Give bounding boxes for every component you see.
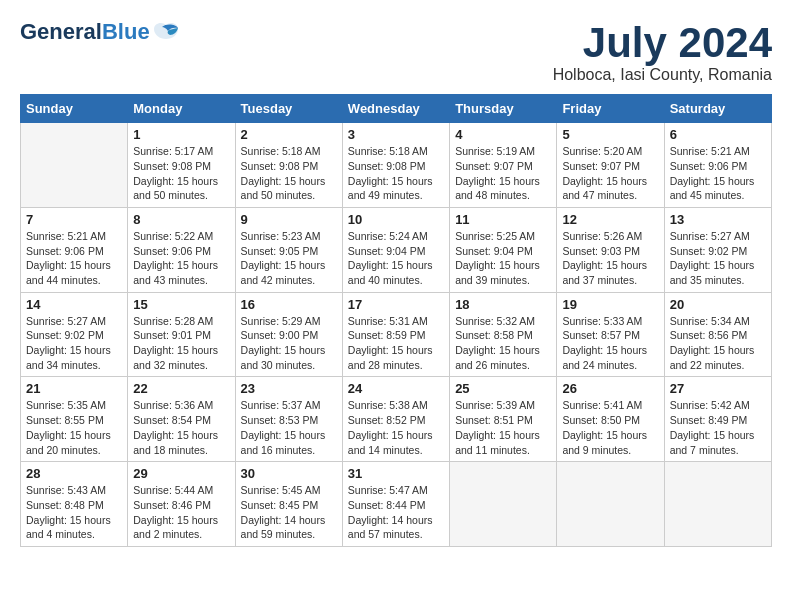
calendar-cell: 22Sunrise: 5:36 AMSunset: 8:54 PMDayligh… xyxy=(128,377,235,462)
main-title: July 2024 xyxy=(553,20,772,66)
calendar-table: SundayMondayTuesdayWednesdayThursdayFrid… xyxy=(20,94,772,547)
date-number: 30 xyxy=(241,466,337,481)
calendar-cell: 26Sunrise: 5:41 AMSunset: 8:50 PMDayligh… xyxy=(557,377,664,462)
calendar-cell: 16Sunrise: 5:29 AMSunset: 9:00 PMDayligh… xyxy=(235,292,342,377)
cell-info: Sunrise: 5:26 AMSunset: 9:03 PMDaylight:… xyxy=(562,229,658,288)
cell-info: Sunrise: 5:21 AMSunset: 9:06 PMDaylight:… xyxy=(670,144,766,203)
cell-info: Sunrise: 5:18 AMSunset: 9:08 PMDaylight:… xyxy=(348,144,444,203)
header-row: SundayMondayTuesdayWednesdayThursdayFrid… xyxy=(21,95,772,123)
calendar-cell: 31Sunrise: 5:47 AMSunset: 8:44 PMDayligh… xyxy=(342,462,449,547)
date-number: 16 xyxy=(241,297,337,312)
calendar-cell xyxy=(21,123,128,208)
calendar-cell: 10Sunrise: 5:24 AMSunset: 9:04 PMDayligh… xyxy=(342,207,449,292)
date-number: 20 xyxy=(670,297,766,312)
day-header-friday: Friday xyxy=(557,95,664,123)
date-number: 19 xyxy=(562,297,658,312)
cell-info: Sunrise: 5:45 AMSunset: 8:45 PMDaylight:… xyxy=(241,483,337,542)
date-number: 9 xyxy=(241,212,337,227)
date-number: 21 xyxy=(26,381,122,396)
calendar-cell: 30Sunrise: 5:45 AMSunset: 8:45 PMDayligh… xyxy=(235,462,342,547)
date-number: 2 xyxy=(241,127,337,142)
subtitle: Holboca, Iasi County, Romania xyxy=(553,66,772,84)
date-number: 11 xyxy=(455,212,551,227)
date-number: 10 xyxy=(348,212,444,227)
calendar-cell: 6Sunrise: 5:21 AMSunset: 9:06 PMDaylight… xyxy=(664,123,771,208)
logo-bird-icon xyxy=(152,21,180,43)
date-number: 27 xyxy=(670,381,766,396)
calendar-cell: 23Sunrise: 5:37 AMSunset: 8:53 PMDayligh… xyxy=(235,377,342,462)
cell-info: Sunrise: 5:47 AMSunset: 8:44 PMDaylight:… xyxy=(348,483,444,542)
calendar-cell: 2Sunrise: 5:18 AMSunset: 9:08 PMDaylight… xyxy=(235,123,342,208)
calendar-cell: 8Sunrise: 5:22 AMSunset: 9:06 PMDaylight… xyxy=(128,207,235,292)
cell-info: Sunrise: 5:34 AMSunset: 8:56 PMDaylight:… xyxy=(670,314,766,373)
calendar-cell: 24Sunrise: 5:38 AMSunset: 8:52 PMDayligh… xyxy=(342,377,449,462)
week-row-1: 1Sunrise: 5:17 AMSunset: 9:08 PMDaylight… xyxy=(21,123,772,208)
calendar-cell: 12Sunrise: 5:26 AMSunset: 9:03 PMDayligh… xyxy=(557,207,664,292)
cell-info: Sunrise: 5:28 AMSunset: 9:01 PMDaylight:… xyxy=(133,314,229,373)
cell-info: Sunrise: 5:35 AMSunset: 8:55 PMDaylight:… xyxy=(26,398,122,457)
page-header: GeneralBlue July 2024 Holboca, Iasi Coun… xyxy=(20,20,772,84)
date-number: 18 xyxy=(455,297,551,312)
cell-info: Sunrise: 5:24 AMSunset: 9:04 PMDaylight:… xyxy=(348,229,444,288)
calendar-body: 1Sunrise: 5:17 AMSunset: 9:08 PMDaylight… xyxy=(21,123,772,547)
calendar-cell: 17Sunrise: 5:31 AMSunset: 8:59 PMDayligh… xyxy=(342,292,449,377)
date-number: 3 xyxy=(348,127,444,142)
date-number: 15 xyxy=(133,297,229,312)
calendar-cell: 27Sunrise: 5:42 AMSunset: 8:49 PMDayligh… xyxy=(664,377,771,462)
calendar-cell: 15Sunrise: 5:28 AMSunset: 9:01 PMDayligh… xyxy=(128,292,235,377)
cell-info: Sunrise: 5:31 AMSunset: 8:59 PMDaylight:… xyxy=(348,314,444,373)
calendar-cell: 20Sunrise: 5:34 AMSunset: 8:56 PMDayligh… xyxy=(664,292,771,377)
logo-text: GeneralBlue xyxy=(20,20,150,44)
day-header-wednesday: Wednesday xyxy=(342,95,449,123)
day-header-sunday: Sunday xyxy=(21,95,128,123)
date-number: 8 xyxy=(133,212,229,227)
date-number: 22 xyxy=(133,381,229,396)
cell-info: Sunrise: 5:37 AMSunset: 8:53 PMDaylight:… xyxy=(241,398,337,457)
week-row-5: 28Sunrise: 5:43 AMSunset: 8:48 PMDayligh… xyxy=(21,462,772,547)
date-number: 5 xyxy=(562,127,658,142)
cell-info: Sunrise: 5:42 AMSunset: 8:49 PMDaylight:… xyxy=(670,398,766,457)
calendar-cell xyxy=(557,462,664,547)
calendar-cell: 9Sunrise: 5:23 AMSunset: 9:05 PMDaylight… xyxy=(235,207,342,292)
cell-info: Sunrise: 5:43 AMSunset: 8:48 PMDaylight:… xyxy=(26,483,122,542)
cell-info: Sunrise: 5:17 AMSunset: 9:08 PMDaylight:… xyxy=(133,144,229,203)
calendar-cell: 13Sunrise: 5:27 AMSunset: 9:02 PMDayligh… xyxy=(664,207,771,292)
date-number: 7 xyxy=(26,212,122,227)
cell-info: Sunrise: 5:36 AMSunset: 8:54 PMDaylight:… xyxy=(133,398,229,457)
day-header-tuesday: Tuesday xyxy=(235,95,342,123)
cell-info: Sunrise: 5:39 AMSunset: 8:51 PMDaylight:… xyxy=(455,398,551,457)
logo: GeneralBlue xyxy=(20,20,180,44)
date-number: 13 xyxy=(670,212,766,227)
cell-info: Sunrise: 5:19 AMSunset: 9:07 PMDaylight:… xyxy=(455,144,551,203)
date-number: 4 xyxy=(455,127,551,142)
cell-info: Sunrise: 5:27 AMSunset: 9:02 PMDaylight:… xyxy=(26,314,122,373)
day-header-monday: Monday xyxy=(128,95,235,123)
cell-info: Sunrise: 5:23 AMSunset: 9:05 PMDaylight:… xyxy=(241,229,337,288)
cell-info: Sunrise: 5:44 AMSunset: 8:46 PMDaylight:… xyxy=(133,483,229,542)
date-number: 31 xyxy=(348,466,444,481)
week-row-3: 14Sunrise: 5:27 AMSunset: 9:02 PMDayligh… xyxy=(21,292,772,377)
cell-info: Sunrise: 5:27 AMSunset: 9:02 PMDaylight:… xyxy=(670,229,766,288)
day-header-thursday: Thursday xyxy=(450,95,557,123)
date-number: 26 xyxy=(562,381,658,396)
date-number: 23 xyxy=(241,381,337,396)
calendar-cell: 19Sunrise: 5:33 AMSunset: 8:57 PMDayligh… xyxy=(557,292,664,377)
calendar-cell: 21Sunrise: 5:35 AMSunset: 8:55 PMDayligh… xyxy=(21,377,128,462)
calendar-cell xyxy=(664,462,771,547)
day-header-saturday: Saturday xyxy=(664,95,771,123)
calendar-cell: 5Sunrise: 5:20 AMSunset: 9:07 PMDaylight… xyxy=(557,123,664,208)
cell-info: Sunrise: 5:33 AMSunset: 8:57 PMDaylight:… xyxy=(562,314,658,373)
cell-info: Sunrise: 5:29 AMSunset: 9:00 PMDaylight:… xyxy=(241,314,337,373)
week-row-2: 7Sunrise: 5:21 AMSunset: 9:06 PMDaylight… xyxy=(21,207,772,292)
calendar-header: SundayMondayTuesdayWednesdayThursdayFrid… xyxy=(21,95,772,123)
calendar-cell: 25Sunrise: 5:39 AMSunset: 8:51 PMDayligh… xyxy=(450,377,557,462)
date-number: 29 xyxy=(133,466,229,481)
calendar-cell: 18Sunrise: 5:32 AMSunset: 8:58 PMDayligh… xyxy=(450,292,557,377)
calendar-cell: 11Sunrise: 5:25 AMSunset: 9:04 PMDayligh… xyxy=(450,207,557,292)
calendar-cell: 3Sunrise: 5:18 AMSunset: 9:08 PMDaylight… xyxy=(342,123,449,208)
date-number: 14 xyxy=(26,297,122,312)
calendar-cell xyxy=(450,462,557,547)
calendar-cell: 7Sunrise: 5:21 AMSunset: 9:06 PMDaylight… xyxy=(21,207,128,292)
cell-info: Sunrise: 5:32 AMSunset: 8:58 PMDaylight:… xyxy=(455,314,551,373)
date-number: 12 xyxy=(562,212,658,227)
